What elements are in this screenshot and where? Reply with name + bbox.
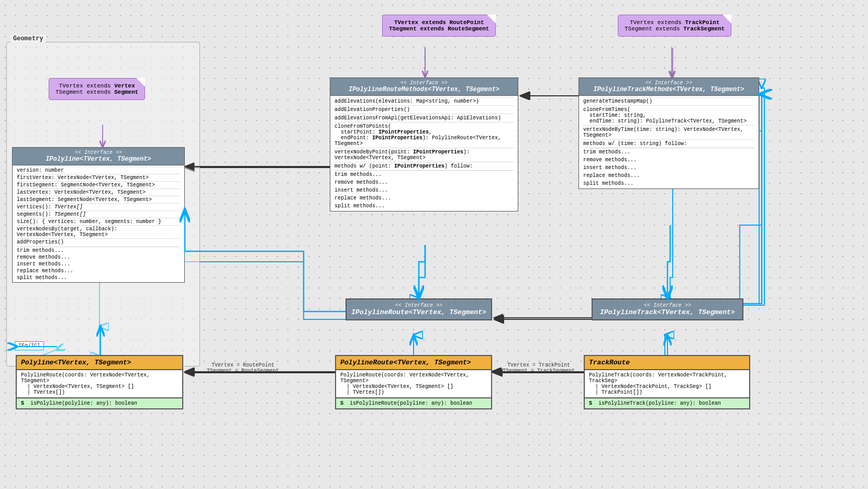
label-ieqicl: IEq/ICl	[15, 341, 44, 350]
note-vertex: TVertex extends Vertex TSegment extends …	[49, 78, 145, 100]
ipolyline-route-methods-box: << Interface >> IPolylineRouteMethods<TV…	[330, 77, 518, 212]
note-route: TVertex extends RoutePoint TSegment exte…	[382, 15, 496, 37]
ipolyline-track-methods-box: << Interface >> IPolylineTrackMethods<TV…	[578, 77, 759, 189]
label-route-mapping: TVertex = RoutePointTSegment = RouteSegm…	[207, 362, 279, 374]
polyline-route-class-box: PolylineRoute<TVertex, TSegment> Polylin…	[335, 355, 492, 409]
polyline-class-box: Polyline<TVertex, TSegment> PolylineRout…	[16, 355, 183, 409]
ipolyline-box: << Interface >> IPolyline<TVertex, TSegm…	[12, 147, 185, 283]
geometry-group: Geometry TVertex extends Vertex TSegment…	[6, 42, 200, 366]
label-track-mapping: TVertex = TrackPointTSegment = TrackSegm…	[503, 362, 575, 374]
ipolyline-route-box: << Interface >> IPolylineRoute<TVertex, …	[346, 298, 492, 320]
note-track: TVertex extends TrackPoint TSegment exte…	[618, 15, 731, 37]
ipolyline-track-box: << Interface >> IPolylineTrack<TVertex, …	[592, 298, 743, 320]
track-route-class-box: TrackRoute PolylineTrack(coords: VertexN…	[584, 355, 750, 409]
geometry-label: Geometry	[11, 35, 46, 42]
diagram-canvas: TVertex extends RoutePoint TSegment exte…	[0, 0, 868, 489]
